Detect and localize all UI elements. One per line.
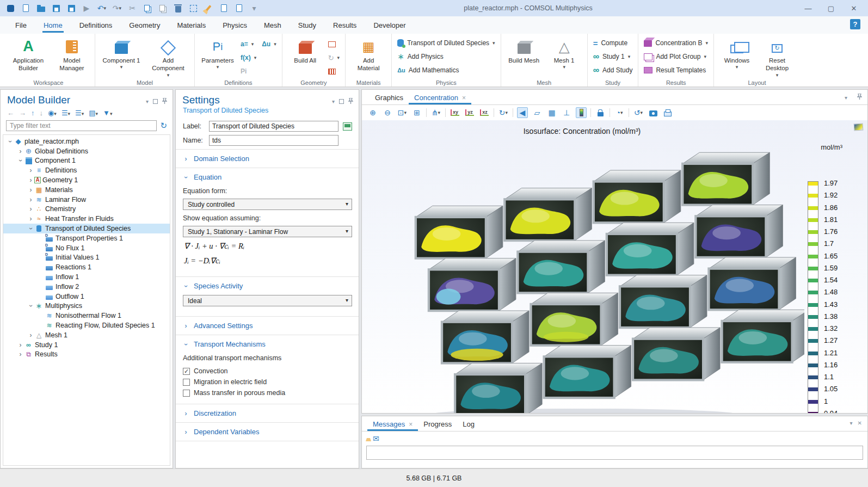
forward-icon[interactable]: → (19, 109, 26, 117)
zoom-extents-icon[interactable]: ⊞ (411, 107, 422, 118)
menu-definitions[interactable]: Definitions (78, 18, 114, 33)
menu-home[interactable]: Home (42, 18, 64, 33)
tree-item-no-flux-1[interactable]: ›No Flux 1 (3, 243, 170, 253)
checkbox-unchecked-icon[interactable] (183, 390, 190, 397)
tree-item-chemistry[interactable]: ›∴Chemistry (3, 205, 170, 214)
zoom-in-icon[interactable]: ⊕ (367, 107, 378, 118)
delete-icon[interactable] (173, 3, 183, 13)
collapse-all-icon[interactable]: ☰▾ (61, 109, 70, 117)
menu-mesh[interactable]: Mesh (263, 18, 282, 33)
copy-icon[interactable] (143, 3, 152, 13)
section-domain-selection[interactable]: ›Domain Selection (176, 150, 359, 168)
expander-icon[interactable]: › (27, 215, 34, 223)
maximize-button[interactable]: ▢ (820, 1, 842, 15)
parameter-case-button[interactable]: Pi (241, 66, 256, 76)
move-down-icon[interactable]: ↓ (40, 109, 44, 117)
show-options-icon[interactable]: ◉▾ (48, 109, 57, 117)
pin-icon[interactable] (162, 98, 167, 106)
expander-icon[interactable]: › (27, 205, 34, 213)
filter-icon[interactable]: ▼▾ (103, 109, 112, 117)
panel-menu-icon[interactable]: ▾ (332, 98, 335, 104)
plot-thumbnail-icon[interactable] (854, 123, 864, 131)
print-icon[interactable] (662, 107, 673, 118)
tree-item-initial-values-1[interactable]: ›Initial Values 1 (3, 253, 170, 263)
expander-icon[interactable]: › (27, 186, 34, 194)
float-panel-icon[interactable] (153, 99, 158, 104)
mesh-1-button[interactable]: △ Mesh 1 ▾ (547, 37, 582, 71)
expander-icon[interactable]: › (27, 303, 35, 310)
variables-button[interactable]: a=▾ (241, 39, 256, 49)
expander-icon[interactable]: › (17, 341, 24, 349)
tree-item-study-1[interactable]: ›∞Study 1 (3, 340, 170, 350)
expander-icon[interactable]: › (17, 157, 24, 164)
cut-icon[interactable]: ✂ (127, 3, 137, 13)
axis-orientation-icon[interactable]: ⊥ (561, 107, 572, 118)
expander-icon[interactable]: › (27, 167, 34, 174)
move-up-icon[interactable]: ↑ (31, 109, 35, 117)
section-transport-mechanisms[interactable]: ›Transport Mechanisms (176, 335, 359, 353)
show-equation-select[interactable]: Study 1, Stationary - Laminar Flow (183, 226, 352, 237)
tree-item-reacting-flow-diluted-species-1[interactable]: ›≋Reacting Flow, Diluted Species 1 (3, 320, 170, 330)
tree-item-materials[interactable]: ›▦Materials (3, 185, 170, 195)
menu-materials[interactable]: Materials (176, 18, 207, 33)
component-1-button[interactable]: Component 1 ▾ (101, 37, 142, 78)
checkbox-mass-transfer-in-porous-media[interactable]: Mass transfer in porous media (183, 387, 352, 398)
default-view-icon[interactable]: ⋔▾ (430, 107, 441, 118)
lock-view-icon[interactable] (595, 107, 606, 118)
section-species-activity[interactable]: ›Species Activity (176, 277, 359, 295)
preview-icon[interactable] (219, 3, 229, 13)
close-panel-icon[interactable]: ✕ (858, 420, 862, 426)
expand-all-icon[interactable]: ☰▾ (75, 109, 84, 117)
pin-icon[interactable] (348, 98, 353, 106)
expander-icon[interactable]: › (27, 331, 34, 339)
run-icon[interactable]: ▶ (82, 3, 91, 13)
update-plot-icon[interactable]: ↺▾ (633, 107, 644, 118)
build-all-button[interactable]: Build All (288, 37, 323, 76)
name-input[interactable] (209, 135, 338, 146)
minimize-button[interactable]: — (797, 1, 819, 15)
open-file-icon[interactable] (36, 3, 46, 13)
menu-geometry[interactable]: Geometry (128, 18, 161, 33)
view-yz-icon[interactable]: yz (464, 107, 475, 118)
render-label-icon[interactable] (343, 122, 352, 131)
add-physics-button[interactable]: ∗Add Physics (397, 52, 495, 61)
model-tree-nodes-icon[interactable]: ▤▾ (89, 109, 98, 117)
nonlocal-couplings-button[interactable]: Δu▾ (262, 39, 276, 49)
checkbox-convection[interactable]: ✓Convection (183, 366, 352, 377)
label-input[interactable] (209, 121, 338, 132)
parameters-button[interactable]: Pi Parameters ▾ (200, 37, 235, 76)
view-xy-icon[interactable]: xy (450, 107, 460, 118)
undo-icon[interactable]: ↶▾ (97, 3, 107, 13)
environment-icon[interactable]: ◔▾ (614, 107, 625, 118)
checkbox-unchecked-icon[interactable] (183, 379, 190, 386)
menu-study[interactable]: Study (297, 18, 317, 33)
result-templates-button[interactable]: Result Templates (644, 65, 708, 75)
application-builder-button[interactable]: A Application Builder (8, 37, 49, 72)
study-1-button[interactable]: ∞Study 1▾ (593, 52, 633, 61)
geometry-sequence-button[interactable] (328, 66, 340, 76)
refresh-icon[interactable]: ↻ (160, 121, 167, 131)
section-advanced-settings[interactable]: ›Advanced Settings (176, 317, 359, 335)
add-mathematics-button[interactable]: ΔuAdd Mathematics (397, 65, 495, 75)
plot-area[interactable]: Isosurface: Concentration (mol/m³) mol/m… (362, 120, 867, 413)
highlight-icon[interactable] (204, 3, 213, 13)
tree-item-reactions-1[interactable]: ›Reactions 1 (3, 262, 170, 272)
tree-item-mesh-1[interactable]: ›△Mesh 1 (3, 330, 170, 340)
tree-item-laminar-flow[interactable]: ›≋Laminar Flow (3, 195, 170, 205)
expander-icon[interactable]: › (27, 196, 34, 204)
expander-icon[interactable]: › (27, 176, 34, 184)
tab-progress[interactable]: Progress (418, 417, 457, 431)
plot-group-button[interactable]: Concentration B▾ (644, 38, 708, 48)
section-dependent-variables[interactable]: ›Dependent Variables (176, 423, 359, 441)
tree-item-component-1[interactable]: ›Component 1 (3, 156, 170, 166)
tab-concentration[interactable]: Concentration× (409, 91, 471, 104)
customize-toolbar-icon[interactable]: ▾ (249, 3, 259, 13)
tree-item-outflow-1[interactable]: ›Outflow 1 (3, 292, 170, 301)
back-icon[interactable]: ← (7, 109, 14, 117)
add-material-button[interactable]: ▦ Add Material (351, 37, 386, 72)
preview-selection-icon[interactable] (234, 3, 244, 13)
close-tab-icon[interactable]: × (409, 421, 413, 428)
close-button[interactable]: ✕ (843, 1, 865, 15)
save-as-icon[interactable] (66, 3, 76, 13)
messages-output-area[interactable] (366, 446, 863, 460)
